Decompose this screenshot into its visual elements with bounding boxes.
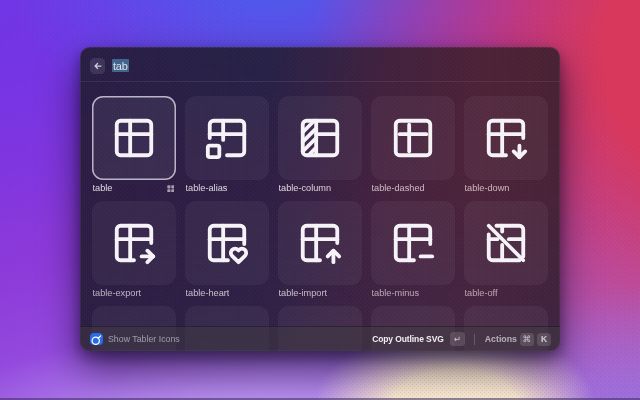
back-button[interactable]	[90, 58, 105, 74]
label-row: table-minus	[371, 285, 455, 306]
icon-tile-table-export[interactable]	[92, 201, 176, 285]
grid-cell-table-down: table-down	[464, 96, 548, 201]
action-bar: Show Tabler Icons Copy Outline SVG ↵ Act…	[80, 326, 560, 351]
table-icon	[111, 115, 157, 161]
grid-accessory-icon	[167, 185, 175, 193]
icon-label: table-down	[465, 183, 510, 193]
grid-cell-table-column: table-column	[278, 96, 362, 201]
grid-cell-table-alias: table-alias	[185, 96, 269, 201]
grid-cell-table-minus: table-minus	[371, 201, 455, 306]
k-keycap: K	[537, 333, 551, 346]
label-row: table-dashed	[371, 180, 455, 201]
arrow-left-icon	[93, 61, 103, 71]
grid-cell-table-import: table-import	[278, 201, 362, 306]
grid-cell-table: table	[92, 96, 176, 201]
icon-label: table-column	[279, 183, 332, 193]
icon-label: table-heart	[186, 288, 230, 298]
table-dashed-icon	[390, 115, 436, 161]
cmd-keycap: ⌘	[520, 333, 534, 346]
label-row: table-export	[92, 285, 176, 306]
raycast-window: tab tabletable-aliastable-columntable-da…	[80, 47, 560, 351]
table-export-icon	[111, 220, 157, 266]
primary-action-button[interactable]: Copy Outline SVG	[372, 334, 444, 344]
tabler-needle-glyph	[90, 334, 103, 345]
footer-separator	[474, 334, 475, 345]
search-input[interactable]: tab	[112, 60, 129, 73]
grid-cell-table-export: table-export	[92, 201, 176, 306]
label-row: table-alias	[185, 180, 269, 201]
icon-tile-table-alias[interactable]	[185, 96, 269, 180]
return-keycap: ↵	[450, 332, 465, 346]
label-row: table-heart	[185, 285, 269, 306]
icon-tile-table-import[interactable]	[278, 201, 362, 285]
selected-text: tab	[112, 59, 129, 72]
icon-tile-table[interactable]	[92, 96, 176, 180]
icon-tile-table-down[interactable]	[464, 96, 548, 180]
icon-label: table-minus	[372, 288, 420, 298]
icon-tile-table-minus[interactable]	[371, 201, 455, 285]
footer-actions: Copy Outline SVG ↵ Actions ⌘ K	[372, 332, 551, 346]
table-alias-icon	[204, 115, 250, 161]
icon-label: table-dashed	[372, 183, 425, 193]
table-column-icon	[297, 115, 343, 161]
label-row: table-import	[278, 285, 362, 306]
icon-label: table-off	[465, 288, 498, 298]
actions-button[interactable]: Actions	[485, 334, 517, 344]
grid-cell-table-off: table-off	[464, 201, 548, 306]
table-off-icon	[483, 220, 529, 266]
table-minus-icon	[390, 220, 436, 266]
grid-cell-table-dashed: table-dashed	[371, 96, 455, 201]
app-name: Show Tabler Icons	[108, 334, 180, 344]
label-row: table-off	[464, 285, 548, 306]
table-import-icon	[297, 220, 343, 266]
icon-label: table-alias	[186, 183, 228, 193]
icon-tile-table-dashed[interactable]	[371, 96, 455, 180]
icon-label: table-export	[93, 288, 142, 298]
tabler-logo-icon	[90, 333, 103, 346]
table-heart-icon	[204, 220, 250, 266]
icon-grid: tabletable-aliastable-columntable-dashed…	[80, 82, 560, 351]
table-down-icon	[483, 115, 529, 161]
grid-cell-table-heart: table-heart	[185, 201, 269, 306]
label-row: table	[92, 180, 176, 201]
icon-label: table-import	[279, 288, 328, 298]
label-row: table-down	[464, 180, 548, 201]
icon-tile-table-heart[interactable]	[185, 201, 269, 285]
label-row: table-column	[278, 180, 362, 201]
icon-tile-table-column[interactable]	[278, 96, 362, 180]
icon-tile-table-off[interactable]	[464, 201, 548, 285]
icon-label: table	[93, 183, 113, 193]
search-bar: tab	[80, 47, 560, 81]
